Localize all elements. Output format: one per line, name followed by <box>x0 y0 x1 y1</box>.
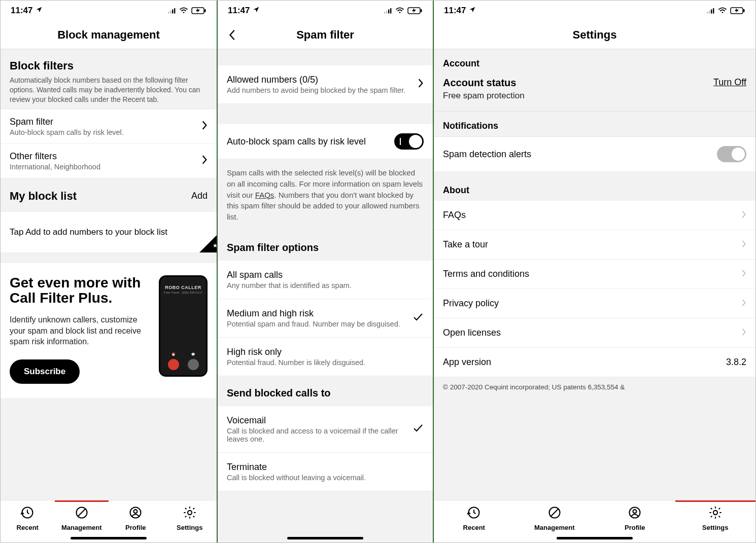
tab-profile[interactable]: Profile <box>109 505 163 531</box>
about-privacy[interactable]: Privacy policy <box>434 289 755 318</box>
app-version-label: App version <box>443 357 491 368</box>
home-indicator[interactable] <box>557 537 633 539</box>
svg-line-9 <box>78 509 85 516</box>
spam-alerts-label: Spam detection alerts <box>443 149 711 160</box>
send-title: Terminate <box>227 462 424 473</box>
page-title: Block management <box>57 28 160 42</box>
profile-icon <box>628 505 642 522</box>
tab-management[interactable]: Management <box>55 505 109 531</box>
option-all-spam[interactable]: All spam calls Any number that is identi… <box>218 261 433 299</box>
option-high-only[interactable]: High risk only Potential fraud. Number i… <box>218 338 433 376</box>
wifi-icon <box>179 7 188 14</box>
tab-management-label: Management <box>534 524 574 531</box>
chevron-right-icon <box>418 78 424 91</box>
svg-point-4 <box>183 12 185 13</box>
battery-icon <box>730 7 745 14</box>
about-label: Open licenses <box>443 328 501 338</box>
account-status-sub: Free spam protection <box>443 91 525 101</box>
svg-rect-13 <box>384 12 385 13</box>
about-label: Terms and conditions <box>443 269 529 279</box>
copyright: © 2007-2020 Cequint incorporated; US pat… <box>434 377 755 391</box>
svg-point-17 <box>399 12 401 13</box>
svg-rect-20 <box>707 12 708 13</box>
svg-line-29 <box>551 509 558 516</box>
home-indicator[interactable] <box>71 537 147 539</box>
my-block-list-header: My block list Add <box>1 178 217 212</box>
about-licenses[interactable]: Open licenses <box>434 318 755 348</box>
tab-recent[interactable]: Recent <box>1 505 55 531</box>
management-icon <box>547 505 562 522</box>
tab-management[interactable]: Management <box>514 505 595 531</box>
svg-rect-22 <box>711 10 712 14</box>
my-block-list-title: My block list <box>10 190 77 203</box>
about-label: FAQs <box>443 210 466 221</box>
faq-link[interactable]: FAQs <box>255 191 274 199</box>
send-voicemail[interactable]: Voicemail Call is blocked and access to … <box>218 406 433 453</box>
other-filters-row[interactable]: Other filters International, Neighborhoo… <box>1 144 217 178</box>
tab-bar: Recent Management Profile Settings <box>1 500 217 542</box>
tab-recent[interactable]: Recent <box>434 505 514 531</box>
send-heading: Send blocked calls to <box>218 376 433 406</box>
check-icon <box>413 312 424 323</box>
tab-profile[interactable]: Profile <box>595 505 675 531</box>
star-icon <box>199 235 217 252</box>
management-icon <box>75 505 89 522</box>
wifi-icon <box>395 7 404 14</box>
block-filters-desc: Automatically block numbers based on the… <box>10 76 208 104</box>
add-button[interactable]: Add <box>191 191 208 201</box>
about-terms[interactable]: Terms and conditions <box>434 260 755 289</box>
account-status-row: Account status Free spam protection Turn… <box>434 74 755 112</box>
tab-settings[interactable]: Settings <box>675 505 756 531</box>
send-sub: Call is blocked and access to a voicemai… <box>227 427 406 443</box>
autoblock-toggle[interactable] <box>394 133 424 150</box>
settings-icon <box>183 505 197 522</box>
allowed-numbers-row[interactable]: Allowed numbers (0/5) Add numbers to avo… <box>218 65 433 104</box>
phone-mockup: ROBO CALLER Free Travel · (206) 555-0117… <box>159 275 208 377</box>
option-medium-high[interactable]: Medium and high risk Potential spam and … <box>218 299 433 338</box>
app-version-value: 3.8.2 <box>726 357 746 368</box>
turn-off-button[interactable]: Turn Off <box>713 77 746 88</box>
tab-recent-label: Recent <box>17 524 39 531</box>
spam-alerts-toggle[interactable] <box>717 146 746 162</box>
tab-management-label: Management <box>61 524 101 531</box>
svg-rect-23 <box>713 8 714 13</box>
account-section-label: Account <box>434 49 755 74</box>
opt-sub: Potential spam and fraud. Number may be … <box>227 320 406 328</box>
tab-profile-label: Profile <box>125 524 146 531</box>
about-tour[interactable]: Take a tour <box>434 230 755 260</box>
tab-settings[interactable]: Settings <box>163 505 217 531</box>
signal-icon <box>168 7 176 14</box>
recent-icon <box>20 505 35 522</box>
spam-filter-title: Spam filter <box>10 117 195 127</box>
location-icon <box>253 6 260 16</box>
opt-title: All spam calls <box>227 270 424 280</box>
chevron-right-icon <box>741 299 746 309</box>
signal-icon <box>707 7 715 14</box>
tab-settings-label: Settings <box>177 524 202 531</box>
tab-settings-label: Settings <box>702 524 728 531</box>
send-terminate[interactable]: Terminate Call is blocked without leavin… <box>218 453 433 491</box>
svg-rect-1 <box>170 11 171 14</box>
spam-filter-row[interactable]: Spam filter Auto-block spam calls by ris… <box>1 110 217 144</box>
home-indicator[interactable] <box>287 537 363 539</box>
opt-sub: Potential fraud. Number is likely disgui… <box>227 358 424 367</box>
tab-profile-label: Profile <box>625 524 645 531</box>
svg-rect-26 <box>743 9 745 12</box>
svg-point-11 <box>134 510 138 513</box>
about-faqs[interactable]: FAQs <box>434 201 755 230</box>
battery-icon <box>407 7 423 14</box>
phone-mock-label: ROBO CALLER <box>163 285 203 290</box>
nav-header: Settings <box>434 21 755 49</box>
svg-point-24 <box>722 12 724 13</box>
status-bar: 11:47 <box>218 1 433 21</box>
promo-desc: Identify unknown callers, customize your… <box>10 314 152 347</box>
back-button[interactable] <box>224 27 240 43</box>
svg-rect-6 <box>204 9 206 12</box>
svg-rect-0 <box>168 12 169 13</box>
subscribe-button[interactable]: Subscribe <box>10 359 80 384</box>
opt-sub: Any number that is identified as spam. <box>227 281 424 289</box>
svg-rect-14 <box>386 11 387 14</box>
notifications-section-label: Notifications <box>434 112 755 136</box>
tab-recent-label: Recent <box>463 524 485 531</box>
status-bar: 11:47 <box>1 1 217 21</box>
